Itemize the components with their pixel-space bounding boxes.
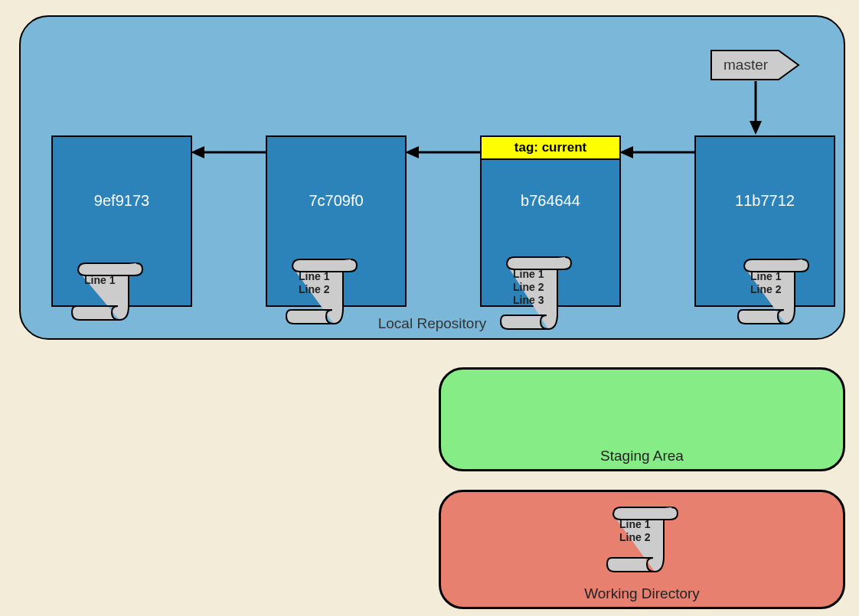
workdir-file-icon: Line 1 Line 2 xyxy=(606,506,678,575)
staging-area-box: Staging Area xyxy=(439,367,845,471)
arrow-c4-to-c3 xyxy=(618,145,696,160)
commit-1-hash: 9ef9173 xyxy=(53,192,191,210)
working-directory-label: Working Directory xyxy=(584,585,700,602)
svg-marker-6 xyxy=(405,146,419,158)
commit-3-file-icon: Line 1 Line 2 Line 3 xyxy=(499,256,572,332)
svg-marker-8 xyxy=(619,146,633,158)
arrow-c2-to-c1 xyxy=(189,145,267,160)
working-directory-box: Working Directory Line 1 Line 2 xyxy=(439,490,845,609)
local-repository-box: Local Repository master 9ef9173 7c709f0 … xyxy=(19,15,845,340)
master-pointer: master xyxy=(710,49,802,81)
commit-4-file-text: Line 1 Line 2 xyxy=(750,270,781,296)
arrow-c3-to-c2 xyxy=(403,145,482,160)
commit-3-file-text: Line 1 Line 2 Line 3 xyxy=(513,268,544,307)
commit-2-hash: 7c709f0 xyxy=(267,192,405,210)
commit-1-file-icon: Line 1 xyxy=(70,262,143,323)
commit-2-file-text: Line 1 Line 2 xyxy=(299,270,329,296)
local-repository-label: Local Repository xyxy=(378,315,487,332)
master-label: master xyxy=(723,57,768,73)
svg-marker-4 xyxy=(191,146,204,158)
commit-2-file-icon: Line 1 Line 2 xyxy=(285,258,358,327)
workdir-file-text: Line 1 Line 2 xyxy=(619,518,650,544)
staging-area-label: Staging Area xyxy=(600,448,684,464)
svg-marker-2 xyxy=(750,121,762,135)
commit-3-hash: b764644 xyxy=(482,192,619,210)
tag-current-label: tag: current xyxy=(480,135,621,160)
arrow-master-to-commit xyxy=(748,81,763,136)
commit-1-file-text: Line 1 xyxy=(84,274,115,287)
commit-4-file-icon: Line 1 Line 2 xyxy=(737,258,809,327)
commit-4-hash: 11b7712 xyxy=(696,192,834,210)
